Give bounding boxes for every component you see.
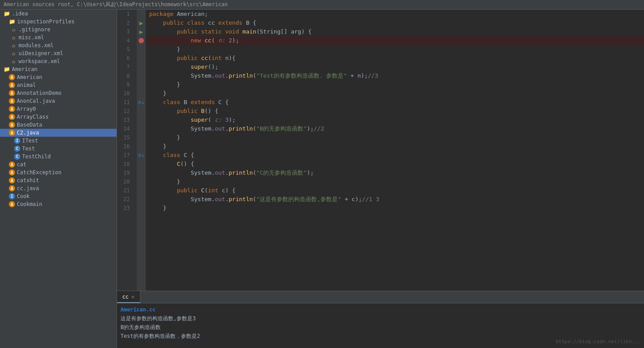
- sidebar-item-catchexception[interactable]: A CatchException: [0, 168, 117, 176]
- code-line-8: System.out.println("Test的有参数构造函数. 参数是" +…: [146, 71, 644, 80]
- output-line-1: 这是有参数的构造函数,参数是3: [121, 314, 640, 323]
- code-line-16: }: [146, 142, 644, 151]
- sidebar-item-c2java[interactable]: A C2.java: [0, 129, 117, 137]
- line-numbers: 1 2 3 4 5 6 7 8 9 10 11 12 13 14 15 16 1…: [117, 10, 137, 291]
- sidebar-item-array0[interactable]: A Array0: [0, 105, 117, 113]
- bottom-tabs: cc ✕: [117, 291, 644, 303]
- code-line-15: }: [146, 133, 644, 142]
- breadcrumb: American sources root, C:\Users\风起\IdeaP…: [0, 0, 644, 10]
- code-line-23: }: [146, 204, 644, 213]
- code-line-10: }: [146, 89, 644, 98]
- sidebar-item-uiDesigner-xml[interactable]: ◻ uiDesigner.xml: [0, 49, 117, 57]
- code-line-4: new cc( n: 2);: [146, 36, 644, 45]
- code-line-9: }: [146, 80, 644, 89]
- code-line-21: public C(int c) {: [146, 186, 644, 195]
- sidebar: 📁 .idea 📁 inspectionProfiles ◻ .gitignor…: [0, 10, 117, 348]
- sidebar-item-arrayclass[interactable]: A ArrayClass: [0, 113, 117, 121]
- sidebar-item-cookmain[interactable]: A Cookmain: [0, 200, 117, 208]
- code-content[interactable]: 1 2 3 4 5 6 7 8 9 10 11 12 13 14 15 16 1…: [117, 10, 644, 291]
- sidebar-item-inspectionProfiles[interactable]: 📁 inspectionProfiles: [0, 18, 117, 26]
- code-line-2: public class cc extends B {: [146, 19, 644, 27]
- output-line-2: B的无参构造函数: [121, 323, 640, 332]
- code-line-1: package American;: [146, 10, 644, 19]
- sidebar-item-testchild[interactable]: C TestChild: [0, 153, 117, 161]
- code-line-12: public B() {: [146, 107, 644, 116]
- watermark: https://blog.csdn.net/libn...: [556, 339, 640, 344]
- sidebar-item-misc-xml[interactable]: ◻ misc.xml: [0, 34, 117, 41]
- sidebar-item-american-folder[interactable]: 📁 American: [0, 65, 117, 73]
- sidebar-item-cat[interactable]: A cat: [0, 161, 117, 168]
- sidebar-item-annotationdemo[interactable]: A AnnotationDemo: [0, 89, 117, 97]
- sidebar-item-workspace-xml[interactable]: ◻ workspace.xml: [0, 57, 117, 65]
- sidebar-item-catshit[interactable]: A catshit: [0, 176, 117, 184]
- bottom-tab-cc[interactable]: cc ✕: [117, 291, 140, 303]
- blue-marker-11: ⊙↓: [138, 99, 144, 105]
- run-arrow-2: ▶: [139, 19, 143, 26]
- code-line-19: System.out.println("C的无参构造函数");: [146, 168, 644, 177]
- sidebar-item-anoncal[interactable]: A AnonCal.java: [0, 97, 117, 105]
- code-line-5: }: [146, 45, 644, 54]
- breakpoint-4[interactable]: [139, 38, 144, 43]
- code-line-20: }: [146, 177, 644, 186]
- code-line-7: super();: [146, 63, 644, 71]
- sidebar-item-basedata[interactable]: A BaseData: [0, 121, 117, 129]
- sidebar-item-cook[interactable]: I Cook: [0, 192, 117, 200]
- sidebar-item-american[interactable]: A American: [0, 73, 117, 81]
- code-line-11: class B extends C {: [146, 98, 644, 107]
- output-file-line: American.cc: [121, 305, 640, 314]
- code-line-22: System.out.println("这是有参数的构造函数,参数是" + c)…: [146, 195, 644, 204]
- code-line-3: public static void main(String[] arg) {: [146, 27, 644, 36]
- code-line-13: super( c: 3);: [146, 116, 644, 124]
- sidebar-item-ccjava[interactable]: A cc.java: [0, 184, 117, 192]
- code-line-17: class C {: [146, 151, 644, 160]
- run-arrow-3: ▶: [139, 28, 143, 35]
- code-line-18: C() {: [146, 160, 644, 168]
- code-lines[interactable]: package American; public class cc extend…: [146, 10, 644, 291]
- sidebar-item-itest[interactable]: I ITest: [0, 137, 117, 145]
- code-line-14: System.out.println("B的无参构造函数");//2: [146, 124, 644, 133]
- blue-marker-17: ⊙↓: [138, 152, 144, 158]
- sidebar-item-animal[interactable]: A animal: [0, 81, 117, 89]
- gutter-markers: ▶ ▶ ⊙↓ ⊙↓: [137, 10, 146, 291]
- sidebar-item-idea[interactable]: 📁 .idea: [0, 10, 117, 18]
- code-line-6: public cc(int n){: [146, 54, 644, 63]
- editor-area: 1 2 3 4 5 6 7 8 9 10 11 12 13 14 15 16 1…: [117, 10, 644, 348]
- sidebar-item-gitignore[interactable]: ◻ .gitignore: [0, 26, 117, 34]
- sidebar-item-test[interactable]: C Test: [0, 145, 117, 153]
- sidebar-item-modules-xml[interactable]: ◻ modules.xml: [0, 41, 117, 49]
